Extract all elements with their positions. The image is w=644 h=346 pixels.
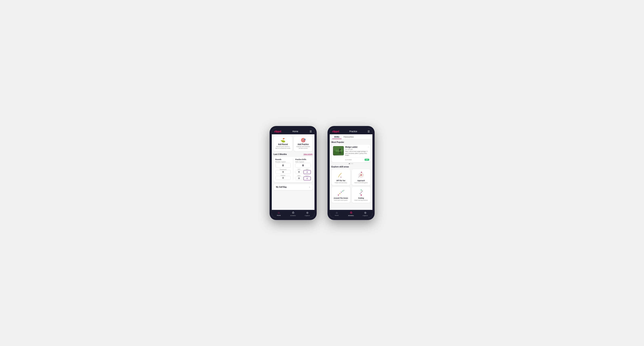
putting-icon — [357, 188, 365, 196]
capture-icon-2: ⊕ — [364, 211, 366, 214]
stats-panel: Rounds Rounds Capture 0 Tournament 0 — [274, 157, 313, 182]
capture-icon-1: ⊕ — [306, 211, 308, 214]
phone-1: clippd Home ☰ ⛳ Add Round Record your sh… — [270, 126, 317, 220]
shots-count: ◎ 9 shots — [345, 159, 352, 161]
around-green-icon — [337, 188, 345, 196]
nav-capture-1[interactable]: ⊕ Capture — [300, 211, 314, 216]
tab-favourites[interactable]: Favourites — [342, 134, 356, 139]
arg-value: 0 — [295, 176, 303, 180]
tournament-value: 0 — [276, 170, 291, 174]
ott-col: OTT 0 — [295, 169, 303, 174]
add-round-subtitle: Record your shots in fast or enhanced mo… — [275, 146, 291, 150]
logo-2: clippd — [332, 130, 339, 133]
rounds-capture-label: Rounds Capture — [276, 161, 291, 163]
skill-putting[interactable]: Putting Make and lag practice — [352, 187, 370, 203]
bottom-nav-2: ⌂ Home ♻ Activities ⊕ Capture — [330, 210, 372, 218]
around-green-title: Around The Green — [334, 197, 348, 199]
nav-home-2[interactable]: ⌂ Home — [330, 211, 344, 216]
chevron-right-icon: › — [310, 186, 310, 188]
wedge-ladder-thumb — [333, 146, 344, 156]
action-cards: ⛳ Add Round Record your shots in fast or… — [274, 136, 313, 151]
most-popular-label: Most Popular — [332, 141, 370, 143]
add-practice-card[interactable]: 🎯 Add Practice Capture your practice off… — [294, 136, 313, 151]
wedge-ladder-yds: 50–100 yds — [345, 149, 369, 150]
wedge-ladder-desc: Play 1 shot at each target yardage. If y… — [345, 151, 369, 156]
rounds-title: Rounds — [276, 159, 291, 160]
putting-title: Putting — [358, 197, 364, 199]
activities-icon-1: ♻ — [292, 211, 294, 214]
golf-bag-row[interactable]: My Golf Bag › — [274, 184, 313, 190]
tab-drills[interactable]: Drills — [332, 134, 342, 139]
nav-home-1[interactable]: ⌂ Home — [272, 211, 286, 216]
activities-icon-2: ♻ — [350, 211, 352, 214]
rounds-value: 0 — [276, 163, 291, 168]
putt-label: PUTT — [304, 175, 311, 176]
off-tee-icon — [337, 171, 345, 179]
putting-subtitle: Make and lag practice — [354, 199, 368, 201]
putt-col: PUTT 4 — [304, 175, 311, 180]
bottom-nav-1: ⌂ Home ♻ Activities ⊕ Capture — [272, 210, 314, 218]
rounds-col: Rounds Rounds Capture 0 Tournament 0 — [276, 159, 291, 180]
phone-2: clippd Practice ☰ Drills Favourites Most… — [328, 126, 374, 220]
wedge-ladder-header: Wedge Ladder ☆ — [345, 146, 369, 148]
activities-label-2: Activities — [348, 215, 354, 216]
putt-value: 4 — [304, 176, 311, 180]
svg-line-21 — [341, 191, 343, 192]
add-round-icon: ⛳ — [280, 138, 285, 143]
activities-label-1: Activities — [290, 215, 296, 216]
tabs-bar: Drills Favourites — [330, 134, 372, 139]
header-1: clippd Home ☰ — [272, 128, 314, 134]
tournament-label: Tournament — [276, 169, 291, 170]
home-label-2: Home — [335, 215, 338, 216]
approach-subtitle: Dial-in to hit the green — [354, 182, 368, 183]
star-icon[interactable]: ☆ — [368, 146, 369, 148]
home-icon-1: ⌂ — [278, 211, 280, 214]
menu-icon-2[interactable]: ☰ — [368, 130, 370, 133]
nav-activities-2[interactable]: ♻ Activities — [344, 211, 358, 216]
svg-line-20 — [340, 192, 341, 194]
header-title-2: Practice — [349, 130, 357, 133]
dot-3 — [352, 163, 353, 164]
nav-capture-2[interactable]: ⊕ Capture — [358, 211, 372, 216]
wedge-ladder-title: Wedge Ladder — [345, 146, 358, 148]
app-value: 4 — [304, 170, 311, 174]
capture-label-1: Capture — [305, 215, 310, 216]
skill-around-green[interactable]: Around The Green Hone your short game — [332, 187, 350, 203]
add-practice-title: Add Practice — [298, 143, 309, 145]
carousel-dots — [332, 163, 370, 164]
app-col: APP 4 — [304, 169, 311, 174]
ott-label: OTT — [295, 169, 303, 170]
logo-1: clippd — [274, 130, 281, 133]
practice-col: Practice 0 — [276, 175, 291, 180]
app-badge: APP — [365, 159, 369, 161]
drills-value: 8 — [295, 163, 311, 168]
view-activity-link[interactable]: View Activity — [304, 153, 313, 155]
add-round-card[interactable]: ⛳ Add Round Record your shots in fast or… — [274, 136, 292, 151]
practice-content: Most Popular — [330, 139, 372, 210]
golf-bag-label: My Golf Bag — [276, 186, 286, 188]
off-tee-title: Off The Tee — [336, 180, 345, 181]
dot-1 — [349, 163, 350, 164]
wedge-ladder-card[interactable]: Wedge Ladder ☆ 50–100 yds Play 1 shot at… — [332, 145, 370, 162]
add-round-title: Add Round — [278, 143, 288, 145]
skill-off-the-tee[interactable]: Off The Tee Power and accuracy — [332, 169, 350, 185]
dot-2 — [350, 163, 352, 164]
nav-activities-1[interactable]: ♻ Activities — [286, 211, 300, 216]
approach-icon — [357, 171, 365, 179]
activity-section-header: Last 3 Months View Activity — [274, 153, 313, 155]
app-label: APP — [304, 169, 311, 170]
skill-approach[interactable]: Approach Dial-in to hit the green — [352, 169, 370, 185]
thumb-img — [333, 146, 344, 156]
practice-value: 0 — [276, 176, 291, 180]
practice-sub-row: Practice 0 — [276, 175, 291, 180]
home-label-1: Home — [277, 215, 281, 216]
practice-label: Practice — [276, 175, 291, 176]
menu-icon-1[interactable]: ☰ — [310, 130, 312, 133]
home-content: ⛳ Add Round Record your shots in fast or… — [272, 134, 314, 210]
approach-title: Approach — [357, 180, 365, 181]
explore-label: Explore skill areas — [332, 166, 370, 168]
drills-title: Practice Drills — [295, 159, 311, 160]
add-practice-subtitle: Capture your practice off-the-course — [295, 146, 311, 150]
last-3-months-title: Last 3 Months — [274, 153, 287, 155]
ott-app-row: OTT 0 APP 4 — [295, 169, 311, 174]
